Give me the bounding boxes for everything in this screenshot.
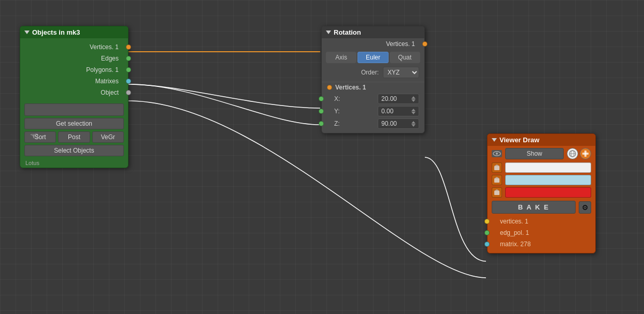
object-label: Object	[101, 89, 123, 96]
color-swatch-lightblue[interactable]	[505, 175, 591, 185]
swatch-icon-1	[492, 162, 502, 173]
viewer-matrix-socket[interactable]	[484, 242, 490, 247]
z-value: 90.00	[381, 120, 397, 127]
svg-marker-8	[494, 165, 499, 166]
x-arrows	[411, 96, 416, 102]
y-arrows	[411, 109, 416, 114]
x-value-field[interactable]: 20.00	[378, 94, 419, 104]
matrix-output-row: matrix. 278	[488, 238, 595, 250]
color-swatch-red[interactable]	[505, 187, 591, 198]
tab-quat[interactable]: Quat	[390, 52, 420, 63]
viewer-vertices-socket[interactable]	[484, 219, 490, 224]
order-select[interactable]: XYZ XZY YXZ YZX ZXY ZYX	[383, 67, 419, 78]
viewer-draw-node: Viewer Draw Show	[487, 133, 596, 253]
post-button[interactable]: Post	[58, 131, 90, 143]
objects-node: Objects in mk3 Vertices. 1 Edges Polygon…	[20, 26, 128, 168]
rotation-vertices-out-label: Vertices. 1	[386, 40, 419, 48]
rotation-collapse-icon[interactable]	[326, 31, 331, 34]
order-label: Order:	[361, 69, 379, 76]
viewer-edg-pol-socket[interactable]	[484, 230, 490, 235]
vertices-socket[interactable]	[126, 44, 131, 50]
z-field-row: Z: 90.00	[322, 117, 424, 130]
x-label: X:	[327, 95, 340, 102]
edges-output-row: Edges	[20, 53, 128, 64]
matrixes-label: Matrixes	[95, 78, 123, 85]
bake-row: B A K E ⚙	[488, 199, 595, 216]
objects-node-footer: Lotus	[20, 158, 128, 168]
tab-axis[interactable]: Axis	[326, 52, 356, 63]
swatch-icon-2	[492, 175, 502, 185]
objects-search-input[interactable]	[24, 103, 124, 116]
viewer-edg-pol-label: edg_pol. 1	[493, 229, 529, 236]
vertices-label: Vertices. 1	[90, 43, 123, 51]
sphere-icon	[569, 150, 576, 157]
gear-icon: ⚙	[582, 203, 589, 212]
rotation-tabs: Axis Euler Quat	[322, 50, 424, 65]
objects-node-header: Objects in mk3	[20, 26, 128, 38]
matrixes-socket[interactable]	[126, 79, 131, 84]
objects-node-body: Vertices. 1 Edges Polygons. 1 Matrixes O…	[20, 38, 128, 101]
rotation-section-label: Vertices. 1	[335, 84, 366, 91]
material-icon-btn[interactable]	[567, 148, 578, 159]
viewer-draw-header: Viewer Draw	[488, 134, 595, 146]
rotation-vertices-in-socket[interactable]	[327, 85, 332, 90]
eye-icon	[492, 150, 502, 157]
swatch-row-1	[488, 161, 595, 174]
show-row: Show	[488, 146, 595, 161]
eye-svg	[493, 151, 501, 156]
swatch-row-2	[488, 174, 595, 186]
y-socket[interactable]	[319, 109, 324, 114]
z-value-field[interactable]: 90.00	[378, 118, 419, 129]
viewer-draw-title: Viewer Draw	[499, 136, 539, 144]
tab-euler[interactable]: Euler	[357, 52, 388, 63]
get-selection-button[interactable]: Get selection	[24, 118, 124, 129]
select-objects-button[interactable]: Select Objects	[24, 145, 124, 156]
y-arrow-down[interactable]	[411, 112, 416, 114]
edg-pol-output-row: edg_pol. 1	[488, 227, 595, 238]
y-arrow-up[interactable]	[411, 109, 416, 111]
polygons-socket[interactable]	[126, 67, 131, 72]
color-swatch-white[interactable]	[505, 162, 591, 173]
rotation-vertices-out-socket[interactable]	[422, 41, 427, 47]
rotation-section-vertices: Vertices. 1	[322, 82, 424, 93]
object-socket[interactable]	[126, 90, 131, 95]
objects-buttons: Get selection Sort Post VeGr Select Obje…	[20, 101, 128, 158]
x-field-row: X: 20.00	[322, 93, 424, 105]
viewer-matrix-label: matrix. 278	[493, 241, 531, 248]
settings-icon-btn[interactable]	[580, 148, 591, 159]
rotation-node: Rotation Vertices. 1 Axis Euler Quat Ord…	[321, 26, 425, 133]
swatch-row-3	[488, 186, 595, 199]
z-arrow-down[interactable]	[411, 124, 416, 127]
collapse-arrow-icon[interactable]	[24, 31, 30, 34]
polygons-output-row: Polygons. 1	[20, 64, 128, 76]
vegr-button[interactable]: VeGr	[92, 131, 124, 143]
rotation-node-header: Rotation	[322, 26, 424, 38]
viewer-collapse-icon[interactable]	[492, 138, 497, 142]
z-socket[interactable]	[319, 121, 324, 126]
x-value: 20.00	[381, 95, 397, 102]
svg-marker-10	[494, 177, 499, 178]
svg-marker-12	[494, 189, 499, 191]
x-socket[interactable]	[319, 96, 324, 101]
svg-rect-6	[582, 153, 589, 155]
objects-footer-label: Lotus	[25, 160, 39, 166]
svg-rect-11	[494, 191, 499, 195]
y-value-field[interactable]: 0.00	[378, 106, 419, 116]
matrixes-output-row: Matrixes	[20, 76, 128, 87]
gear-icon-btn[interactable]: ⚙	[579, 201, 591, 214]
svg-point-1	[496, 153, 498, 155]
y-field-row: Y: 0.00	[322, 105, 424, 117]
wrench-icon	[582, 150, 589, 157]
svg-rect-9	[494, 178, 499, 183]
edges-socket[interactable]	[126, 56, 131, 61]
z-arrow-up[interactable]	[411, 121, 416, 124]
rotation-vertices-output: Vertices. 1	[322, 38, 424, 50]
x-arrow-up[interactable]	[411, 96, 416, 99]
vertices-output-row: vertices. 1	[488, 216, 595, 227]
object-output-row: Object	[20, 87, 128, 98]
bake-button[interactable]: B A K E	[492, 201, 576, 214]
x-arrow-down[interactable]	[411, 99, 416, 102]
show-button[interactable]: Show	[505, 148, 564, 159]
sort-button[interactable]: Sort	[24, 131, 56, 143]
cube-icon-2	[493, 176, 500, 184]
